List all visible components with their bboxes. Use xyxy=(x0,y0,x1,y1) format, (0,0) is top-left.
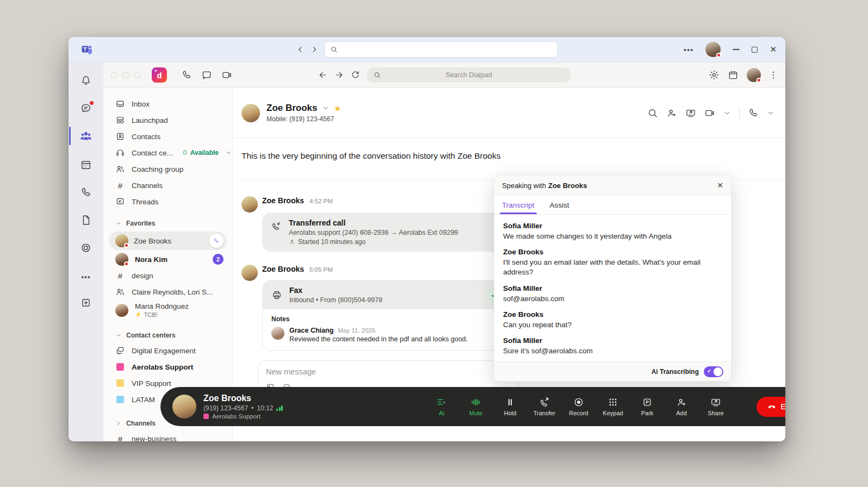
call-mute-button[interactable]: Mute xyxy=(465,397,487,416)
sparkle-icon: ✦ xyxy=(154,68,158,73)
svg-text:P: P xyxy=(646,399,649,405)
rail-files[interactable] xyxy=(69,214,103,226)
call-add-button[interactable]: Add xyxy=(671,397,692,416)
avatar xyxy=(115,304,128,317)
sidebar-item-contacts[interactable]: Contacts xyxy=(103,128,232,145)
sidebar-item-inbox[interactable]: Inbox xyxy=(103,96,232,112)
avatar[interactable] xyxy=(241,265,258,281)
sidebar-label: Maria Rodriguez xyxy=(135,302,189,311)
fax-card[interactable]: Fax Inbound • From (800)504-9978 Notes xyxy=(262,280,518,351)
contact-centers-header[interactable]: Contact centers xyxy=(103,328,232,342)
sidebar-item-channels[interactable]: # Channels xyxy=(103,177,232,193)
loop-icon xyxy=(80,242,92,254)
video-call-icon[interactable] xyxy=(704,108,715,118)
transcript-entry: Zoe Brooks Can you repeat that? xyxy=(503,310,722,330)
forward-icon[interactable] xyxy=(334,70,344,80)
sidebar-label: Launchpad xyxy=(132,116,168,124)
call-transfer-button[interactable]: Transfer xyxy=(534,397,555,416)
rail-activity[interactable] xyxy=(69,74,103,86)
chevron-down-icon[interactable] xyxy=(322,104,330,112)
active-call-icon[interactable] xyxy=(209,234,224,248)
transcript-panel: Speaking with Zoe Brooks ✕ Transcript As… xyxy=(494,175,731,382)
dialpad-logo[interactable]: ✦d xyxy=(152,67,167,83)
sidebar-item-nora-kim[interactable]: Nora Kim 2 xyxy=(103,251,232,267)
avatar[interactable] xyxy=(271,327,284,340)
rail-chat[interactable] xyxy=(69,102,103,114)
card-detail: Inbound • From (800)504-9978 xyxy=(289,296,382,304)
teams-search-input[interactable] xyxy=(324,41,558,58)
tab-circle-icon[interactable] xyxy=(122,72,129,78)
close-window-button[interactable]: ✕ xyxy=(770,45,777,54)
chevron-down-icon[interactable] xyxy=(767,109,774,117)
teams-titlebar: ••• ✕ xyxy=(69,37,785,63)
call-share-button[interactable]: Share xyxy=(705,397,727,416)
titlebar-more-icon[interactable]: ••• xyxy=(684,45,694,54)
call-ai-button[interactable]: Ai xyxy=(431,397,452,416)
refresh-icon[interactable] xyxy=(351,70,361,80)
contact-avatar[interactable] xyxy=(241,104,260,122)
call-keypad-button[interactable]: Keypad xyxy=(602,397,624,416)
kebab-menu-icon[interactable]: ⋮ xyxy=(769,71,778,79)
minimize-button[interactable] xyxy=(733,49,740,50)
tab-assist[interactable]: Assist xyxy=(550,196,569,214)
sidebar-label: LATAM xyxy=(132,396,155,404)
card-title: Fax xyxy=(289,286,382,295)
phone-tab-icon[interactable] xyxy=(181,70,192,80)
pause-icon xyxy=(505,397,516,408)
chevron-down-icon[interactable] xyxy=(225,149,232,156)
rail-add-app[interactable] xyxy=(69,297,103,308)
screen-share-icon xyxy=(710,397,721,408)
back-icon[interactable] xyxy=(318,70,328,80)
sidebar-item-claire-lori[interactable]: Claire Reynolds, Lori S... xyxy=(103,284,232,300)
tab-transcript[interactable]: Transcript xyxy=(502,196,535,214)
call-duration: 10:12 xyxy=(257,404,273,412)
screen-share-icon[interactable] xyxy=(685,108,696,118)
dialpad-search-input[interactable]: Search Dialpad xyxy=(367,67,571,83)
tab-circle-icon[interactable] xyxy=(134,72,140,78)
end-call-button[interactable]: End xyxy=(757,397,785,417)
sidebar-item-design[interactable]: # design xyxy=(103,267,232,284)
phone-transfer-icon xyxy=(539,397,550,408)
ai-icon xyxy=(436,397,447,408)
rail-calls[interactable] xyxy=(69,186,103,198)
video-tab-icon[interactable] xyxy=(221,70,232,80)
call-park-button[interactable]: P Park xyxy=(636,397,658,416)
person-add-icon[interactable] xyxy=(666,108,677,118)
gear-icon[interactable] xyxy=(709,70,720,80)
maximize-button[interactable] xyxy=(752,47,758,53)
rail-calendar[interactable] xyxy=(69,159,103,171)
rail-loop[interactable] xyxy=(69,242,103,254)
teams-user-avatar[interactable] xyxy=(705,42,721,57)
rail-teams[interactable] xyxy=(69,130,103,143)
chevron-down-icon[interactable] xyxy=(723,109,731,117)
call-hold-button[interactable]: Hold xyxy=(499,397,521,416)
transferred-call-card[interactable]: Transferred call Aerolabs support (240) … xyxy=(262,213,510,252)
nav-back-icon[interactable] xyxy=(296,45,305,54)
sidebar-item-coaching-group[interactable]: Coaching group xyxy=(103,161,232,177)
call-record-button[interactable]: Record xyxy=(568,397,590,416)
sidebar-item-zoe-brooks[interactable]: Zoe Brooks xyxy=(109,232,227,250)
dialpad-user-avatar[interactable] xyxy=(747,68,761,82)
sidebar-item-maria-rodriguez[interactable]: Maria Rodriguez ⚡TCB! xyxy=(103,300,232,321)
sidebar-item-digital-engagement[interactable]: Digital Engagement xyxy=(103,342,232,359)
search-icon[interactable] xyxy=(647,108,658,118)
calendar-icon[interactable] xyxy=(728,70,739,80)
person-plus-icon xyxy=(676,397,687,408)
rail-more-apps[interactable]: ••• xyxy=(69,273,103,282)
call-icon[interactable] xyxy=(748,108,759,118)
sidebar-item-launchpad[interactable]: Launchpad xyxy=(103,112,232,128)
conversation-header: Zoe Brooks ★ Mobile: (919) 123-4567 xyxy=(233,88,785,138)
chat-tab-icon[interactable] xyxy=(201,70,212,80)
sidebar-item-contact-center[interactable]: Contact ce... Available xyxy=(103,145,232,161)
avatar[interactable] xyxy=(241,196,258,213)
sidebar-item-new-business[interactable]: # new-business xyxy=(103,430,232,441)
close-panel-icon[interactable]: ✕ xyxy=(717,181,723,190)
nav-forward-icon[interactable] xyxy=(310,45,319,54)
panel-title-name: Zoe Brooks xyxy=(548,182,587,190)
sidebar-item-aerolabs-support[interactable]: Aerolabs Support xyxy=(103,359,232,375)
favorite-star-icon[interactable]: ★ xyxy=(334,103,342,114)
ai-transcribing-toggle[interactable]: ✓ xyxy=(704,366,723,377)
favorites-header[interactable]: Favorites xyxy=(103,216,232,230)
sidebar-item-threads[interactable]: Threads xyxy=(103,193,232,210)
tab-circle-icon[interactable] xyxy=(111,72,117,78)
